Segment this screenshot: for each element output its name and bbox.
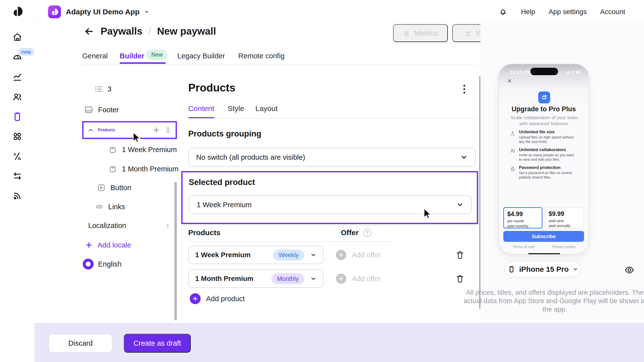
plus-icon [85, 241, 93, 249]
offer-help-icon[interactable]: ? [363, 228, 372, 237]
device-selector[interactable]: iPhone 15 Pro [504, 261, 582, 277]
terms-link[interactable]: Terms of use [503, 245, 544, 249]
status-icons [566, 70, 582, 74]
tree-section-localization[interactable]: Localization [88, 221, 171, 230]
editor-tab-layout[interactable]: Layout [255, 104, 278, 113]
help-link[interactable]: Help [521, 8, 535, 16]
add-offer-button[interactable]: Add offer [336, 273, 381, 284]
products-column-header: Products [188, 228, 220, 237]
plus-icon[interactable] [152, 126, 160, 134]
product-row-select[interactable]: 1 Week Premium Weekly [188, 246, 324, 264]
products-grouping-label: Products grouping [188, 129, 261, 139]
subscribe-button[interactable]: Subscribe [503, 231, 584, 242]
analytics-chart-icon[interactable] [12, 72, 22, 82]
button-play-icon [96, 183, 106, 192]
delete-product-icon[interactable] [455, 274, 465, 283]
add-locale-button[interactable]: Add locale [85, 241, 131, 249]
tree-products-label: Products [98, 128, 115, 132]
editor-tab-content[interactable]: Content [188, 104, 214, 113]
preview-disclaimer: All prices, titles, and offers displayed… [461, 288, 644, 314]
download-icon [510, 130, 516, 136]
products-table-divider [188, 241, 393, 242]
chevron-down-icon [310, 275, 316, 282]
paywall-app-icon [538, 91, 550, 103]
tree-item-products-selected[interactable]: Products [82, 121, 177, 139]
add-offer-button[interactable]: Add offer [336, 250, 381, 260]
collaborators-icon [510, 148, 516, 154]
kebab-menu-icon[interactable] [459, 84, 469, 94]
products-grouping-select[interactable]: No switch (all products are visible) [188, 148, 476, 167]
paywall-title: Upgrade to Pro Plus [499, 105, 588, 113]
preview-visibility-eye-icon[interactable] [624, 265, 635, 275]
add-product-button[interactable]: Add product [190, 293, 245, 304]
link-icon [95, 202, 104, 211]
ab-test-icon[interactable]: AB [12, 151, 22, 161]
integrations-arrows-icon[interactable] [12, 171, 22, 181]
plan-card-annual[interactable]: $9.99 paid year paid annually [545, 207, 584, 228]
product-bag-icon [108, 164, 118, 174]
app-settings-link[interactable]: App settings [549, 8, 587, 16]
placements-icon[interactable] [12, 132, 22, 142]
paywall-subtitle: Scale collaboration of your team with ad… [510, 115, 579, 127]
editor-tab-style[interactable]: Style [228, 104, 244, 113]
tabs-divider [82, 64, 478, 65]
notifications-bell-icon[interactable] [498, 7, 508, 16]
tab-general[interactable]: General [82, 51, 108, 61]
metrics-button[interactable]: Metrics [393, 24, 448, 42]
plus-circle-icon [190, 293, 201, 304]
editor-title: Products [188, 82, 236, 94]
chevron-up-icon[interactable] [88, 127, 94, 133]
plus-circle-icon [336, 273, 346, 284]
account-link[interactable]: Account [600, 8, 625, 16]
mouse-cursor [131, 132, 143, 143]
new-badge: new [18, 48, 34, 56]
privacy-link[interactable]: Privacy policy [544, 245, 584, 249]
line-chart-icon [465, 29, 472, 37]
close-icon[interactable] [507, 78, 512, 84]
bottom-action-bar: Discard Create as draft [35, 323, 644, 362]
tree-item-footer[interactable]: Footer [84, 105, 119, 115]
selected-product-label: Selected product [189, 178, 255, 187]
back-arrow-icon[interactable] [83, 26, 94, 36]
app-name-label: Adapty UI Demo App [66, 8, 140, 16]
tree-item-button[interactable]: Button [96, 183, 131, 192]
paywalls-icon[interactable] [12, 112, 22, 122]
product-row-select[interactable]: 1 Month Premium Monthly [188, 270, 324, 288]
bar-chart-icon [404, 29, 411, 37]
create-as-draft-button[interactable]: Create as draft [124, 334, 191, 353]
breadcrumb-section[interactable]: Paywalls [100, 26, 142, 37]
product-bag-icon [108, 145, 118, 154]
plan-card-monthly[interactable]: $4.99 per month paid monthly [503, 207, 542, 228]
tab-legacy-builder[interactable]: Legacy Builder [177, 51, 225, 61]
period-badge-monthly: Monthly [272, 273, 304, 284]
tab-remote-config[interactable]: Remote config [238, 51, 284, 61]
svg-text:A: A [14, 152, 16, 156]
locale-item-english[interactable]: English [83, 259, 122, 270]
tree-item-links[interactable]: Links [95, 202, 125, 211]
active-tab-underline [120, 62, 166, 64]
delete-product-icon[interactable] [455, 250, 465, 260]
nav-rail: new AB [0, 0, 35, 362]
event-feed-icon[interactable] [12, 191, 22, 201]
discard-button[interactable]: Discard [48, 334, 112, 353]
footer-block-icon [84, 105, 94, 115]
tree-element-count: 3 [94, 85, 112, 93]
editor-tabs-divider [188, 118, 478, 119]
profiles-icon[interactable] [12, 92, 22, 102]
feature-item: Unlimited collaboratorsInvite as many pe… [510, 147, 583, 162]
app-switcher[interactable]: Adapty UI Demo App [66, 0, 149, 24]
home-icon[interactable] [12, 32, 22, 42]
tree-item-week-premium[interactable]: 1 Week Premium [108, 145, 177, 154]
tree-scrollbar[interactable] [174, 182, 177, 321]
paywall-features: Unlimited file sizeUpload files on high … [510, 130, 583, 183]
tree-item-month-premium[interactable]: 1 Month Premium [108, 164, 178, 174]
legal-links: Terms of use Privacy policy [503, 244, 584, 249]
cube-icon [540, 94, 548, 101]
feature-item: Password protectionSet a password on fil… [510, 165, 583, 180]
chevron-down-icon [460, 154, 468, 161]
period-badge-weekly: Weekly [273, 249, 304, 261]
drag-handle-icon[interactable] [164, 126, 172, 134]
app-avatar-icon[interactable] [48, 5, 61, 18]
tab-builder[interactable]: Builder [120, 51, 144, 61]
dynamic-island [530, 68, 558, 75]
